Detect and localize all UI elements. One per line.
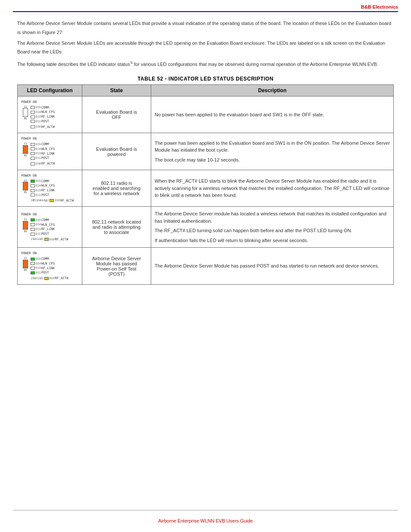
table-row: POWER ON 11 05 D15 CO bbox=[18, 133, 394, 170]
desc-off: No power has been applied to the evaluat… bbox=[151, 96, 394, 133]
state-network: 802.11 network locatedand radio is attem… bbox=[82, 207, 151, 248]
led-config-post: POWER ON 11 05 D15 CO bbox=[18, 248, 82, 285]
table-row: POWER ON 11 05 D15 CO bbox=[18, 207, 394, 248]
desc-network: The Airborne Device Server module has lo… bbox=[151, 207, 394, 248]
led-status-table: LED Configuration State Description POWE… bbox=[17, 84, 394, 285]
state-radio: 802.11 radio isenabled and searchingfor … bbox=[82, 170, 151, 207]
desc-powered: The power has been applied to the Evalua… bbox=[151, 133, 394, 170]
page-header: B&B Electronics bbox=[0, 0, 411, 11]
col-header-desc: Description bbox=[151, 84, 394, 96]
intro-p1: The Airborne Device Server Module contai… bbox=[17, 20, 394, 36]
state-post: Airborne Device ServerModule has passedP… bbox=[82, 248, 151, 285]
table-title: TABLE 52 - INDICATOR LED STATUS DESCRIPT… bbox=[17, 76, 394, 82]
footer: Airborne Enterprise WLNN EVB Users Guide bbox=[0, 518, 411, 523]
main-content: The Airborne Device Server Module contai… bbox=[0, 12, 411, 289]
intro-p2: The Airborne Device Server Module LEDs a… bbox=[17, 40, 394, 56]
intro-p3: The following table describes the LED in… bbox=[17, 59, 394, 68]
led-config-powered: POWER ON 11 05 D15 CO bbox=[18, 133, 82, 170]
desc-post: The Airborne Device Server Module has pa… bbox=[151, 248, 394, 285]
desc-radio: When the RF_ACT# LED starts to blink the… bbox=[151, 170, 394, 207]
table-row: POWER ON 11 05 D15 CO bbox=[18, 248, 394, 285]
table-row: POWER ON 11 05 D15 CO bbox=[18, 96, 394, 133]
led-config-network: POWER ON 11 05 D15 CO bbox=[18, 207, 82, 248]
company-name: B&B Electronics bbox=[361, 4, 398, 9]
col-header-config: LED Configuration bbox=[18, 84, 82, 96]
footer-title: Airborne Enterprise WLNN EVB Users Guide bbox=[158, 518, 252, 523]
footer-line bbox=[13, 510, 398, 510]
led-config-radio: POWER ON 11 05 D15 CO bbox=[18, 170, 82, 207]
col-header-state: State bbox=[82, 84, 151, 96]
state-off: Evaluation Board isOFF bbox=[82, 96, 151, 133]
led-config-off: POWER ON 11 05 D15 CO bbox=[18, 96, 82, 133]
state-powered: Evaluation Board ispowered bbox=[82, 133, 151, 170]
table-row: POWER ON 11 05 D15 CO bbox=[18, 170, 394, 207]
